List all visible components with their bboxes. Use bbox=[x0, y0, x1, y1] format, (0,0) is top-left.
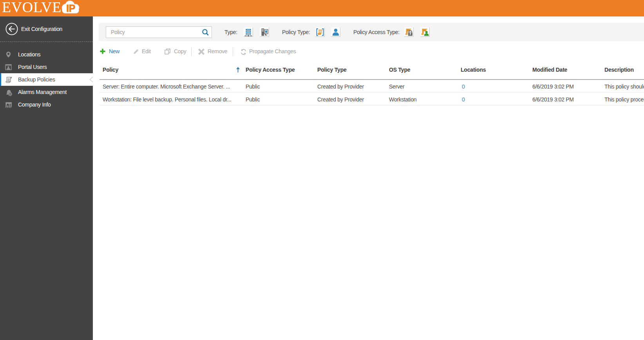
svg-text:IP: IP bbox=[66, 3, 75, 14]
